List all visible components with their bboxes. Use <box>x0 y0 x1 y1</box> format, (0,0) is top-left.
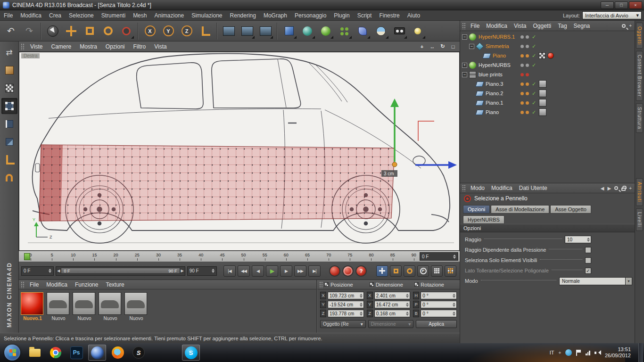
autokey-button[interactable] <box>342 265 354 277</box>
spinner-icon[interactable] <box>406 312 409 316</box>
om-menu-modifica[interactable]: Modifica <box>483 23 511 29</box>
object-row-hypernurbs[interactable]: + HyperNURBS ✓ <box>460 60 635 70</box>
menu-simulazione[interactable]: Simulazione <box>188 10 226 20</box>
key-parameter-toggle[interactable]: P <box>417 265 429 277</box>
play-button[interactable]: ▶ <box>266 265 278 277</box>
close-button[interactable]: × <box>629 1 642 9</box>
editor-visibility-dot[interactable] <box>520 111 524 114</box>
material-preview[interactable] <box>21 292 43 315</box>
panel-grip-icon[interactable] <box>21 281 24 288</box>
redo-button[interactable]: ↷ <box>20 22 38 40</box>
menu-selezione[interactable]: Selezione <box>65 10 98 20</box>
material-item[interactable]: Nuovo <box>73 292 96 322</box>
render-visibility-dot[interactable] <box>526 82 529 86</box>
tab-asse-oggetto[interactable]: Asse Oggetto <box>550 205 591 214</box>
object-row-hypernurbs1[interactable]: − HyperNURBS.1 ✓ <box>460 32 635 41</box>
editor-visibility-dot[interactable] <box>520 101 524 105</box>
object-label[interactable]: Piano <box>493 53 506 58</box>
menu-animazione[interactable]: Animazione <box>150 10 188 20</box>
enabled-check-icon[interactable]: ✓ <box>531 90 537 97</box>
material-preview[interactable] <box>73 292 95 315</box>
key-pla-toggle[interactable] <box>431 265 443 277</box>
key-rotation-toggle[interactable] <box>404 265 415 277</box>
panel-grip-icon[interactable] <box>462 185 465 191</box>
history-forward-icon[interactable]: ▶ <box>607 186 611 191</box>
render-visibility-dot[interactable] <box>526 111 529 114</box>
axis-mode-button[interactable] <box>1 152 17 168</box>
live-selection-button[interactable] <box>44 22 62 40</box>
spinner-icon[interactable] <box>453 303 455 307</box>
visible-only-checkbox[interactable] <box>585 257 591 263</box>
show-desktop-button[interactable] <box>638 343 643 362</box>
taskbar-skype-button[interactable]: S <box>182 345 200 361</box>
key-position-toggle[interactable] <box>376 265 388 277</box>
spinner-icon[interactable] <box>212 269 215 273</box>
add-icon[interactable]: + <box>629 186 632 191</box>
dimension-z-field[interactable]: 0.168 cm <box>374 310 411 317</box>
timeline-ruler[interactable]: 0 5 10 15 20 25 30 35 40 45 50 55 60 65 … <box>19 251 460 262</box>
enabled-check-icon[interactable]: ✓ <box>531 62 537 68</box>
viewport-menu-mostra[interactable]: Mostra <box>75 43 101 50</box>
taskbar-firefox-button[interactable] <box>109 345 127 361</box>
viewport[interactable]: Destra <box>19 52 460 251</box>
mesh-overlay[interactable] <box>39 145 395 221</box>
range-right-arrow-icon[interactable]: ▶ <box>181 269 184 273</box>
object-label[interactable]: HyperNURBS.1 <box>479 34 515 40</box>
start-button[interactable] <box>4 345 20 361</box>
spinner-icon[interactable] <box>49 269 51 273</box>
panel-grip-icon[interactable] <box>462 23 465 29</box>
history-back-icon[interactable]: ◀ <box>601 186 604 191</box>
tab-attributi[interactable]: Attributi <box>636 178 643 206</box>
prev-frame-button[interactable]: ◀ <box>252 265 264 277</box>
rotation-h-field[interactable]: 0 ° <box>421 292 457 299</box>
material-menu-texture[interactable]: Texture <box>102 281 128 288</box>
search-icon[interactable] <box>622 24 626 28</box>
menu-script[interactable]: Script <box>354 10 376 20</box>
record-keyframe-button[interactable] <box>329 265 340 277</box>
language-indicator[interactable]: IT <box>550 350 554 355</box>
object-label[interactable]: blue prints <box>479 72 503 77</box>
editor-visibility-dot[interactable] <box>520 45 524 48</box>
enabled-check-icon[interactable]: ✓ <box>531 100 537 106</box>
menu-aiuto[interactable]: Aiuto <box>404 10 424 20</box>
collapse-icon[interactable]: − <box>469 44 474 49</box>
menu-crea[interactable]: Crea <box>45 10 65 20</box>
viewport-menu-viste[interactable]: Viste <box>26 43 47 50</box>
keyframe-selection-button[interactable] <box>445 265 456 277</box>
material-menu-modifica[interactable]: Modifica <box>42 281 71 288</box>
material-item[interactable]: Nuovo.1 <box>21 292 44 322</box>
render-picture-viewer-button[interactable] <box>238 22 256 40</box>
editor-visibility-dot[interactable] <box>520 82 524 86</box>
applica-button[interactable]: Applica <box>416 320 457 328</box>
spinner-icon[interactable] <box>360 312 363 316</box>
tab-opzioni[interactable]: Opzioni <box>463 205 490 214</box>
expand-icon[interactable]: + <box>462 63 467 68</box>
rotate-button[interactable] <box>99 22 117 40</box>
collapse-icon[interactable]: − <box>462 34 467 40</box>
rotation-b-field[interactable]: 0 ° <box>421 310 457 317</box>
menu-plugin[interactable]: Plugin <box>330 10 353 20</box>
object-row-piano3[interactable]: Piano.3 ✓ <box>460 79 635 89</box>
object-label[interactable]: Piano <box>486 109 499 115</box>
enabled-check-icon[interactable]: ✓ <box>531 53 537 59</box>
search-icon[interactable] <box>614 186 618 190</box>
maximize-button[interactable]: □ <box>615 1 628 9</box>
texture-tag-icon[interactable] <box>539 80 546 88</box>
add-icon[interactable]: + <box>629 23 632 28</box>
frame-field[interactable]: 0 F <box>420 252 458 261</box>
om-menu-oggetti[interactable]: Oggetti <box>530 23 555 29</box>
title-bar[interactable]: CINEMA 4D R13.016 Broadcast - [Senza Tit… <box>0 0 644 10</box>
layout-select[interactable]: Interfaccia di Avvio ▾ <box>582 11 642 19</box>
add-deformer-button[interactable] <box>354 22 372 40</box>
tray-app-icon[interactable] <box>565 349 572 356</box>
object-row-piano1[interactable]: Piano.1 ✓ <box>460 98 635 107</box>
lock-y-button[interactable]: Y <box>159 22 177 40</box>
rotation-p-field[interactable]: 0 ° <box>421 301 457 308</box>
end-frame-spinner[interactable]: 90 F <box>187 266 217 276</box>
tab-oggetti[interactable]: Oggetti <box>636 23 643 49</box>
material-menu-funzione[interactable]: Funzione <box>71 281 102 288</box>
render-visibility-dot[interactable] <box>526 101 529 105</box>
object-row-blueprints[interactable]: − blue prints <box>460 70 635 79</box>
goto-end-button[interactable]: ▶| <box>308 265 321 277</box>
spinner-icon[interactable] <box>360 303 363 307</box>
